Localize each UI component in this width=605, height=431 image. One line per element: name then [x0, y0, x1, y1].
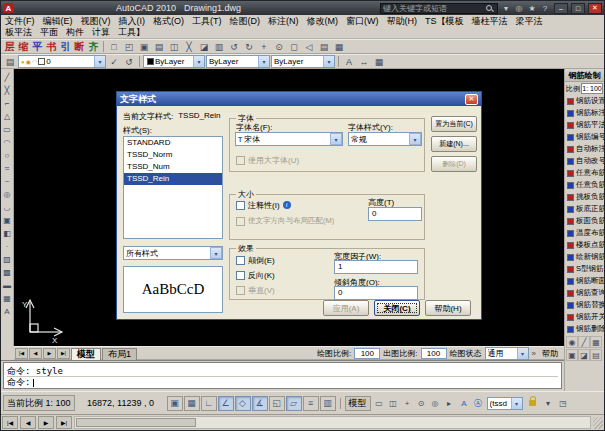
- ortho-toggle[interactable]: ∟: [201, 396, 217, 411]
- annotative-info-icon[interactable]: i: [283, 201, 291, 209]
- palette-item[interactable]: 钢筋设置: [565, 95, 604, 107]
- gradient-icon[interactable]: ▩: [1, 266, 13, 278]
- style-list-item[interactable]: TSSD_Norm: [124, 149, 222, 161]
- layout-tab[interactable]: 布局1: [102, 348, 137, 360]
- palette-item[interactable]: 自动改号: [565, 155, 604, 167]
- line-icon[interactable]: ╱: [1, 71, 13, 83]
- show-motion-icon[interactable]: ▸: [443, 397, 456, 410]
- upside-down-checkbox[interactable]: 颠倒(E): [236, 255, 275, 265]
- minimize-button[interactable]: –: [554, 3, 568, 14]
- dim-style-icon[interactable]: ↔: [357, 55, 371, 68]
- width-factor-input[interactable]: 1: [334, 260, 418, 274]
- qnew-icon[interactable]: □: [107, 40, 121, 53]
- resize-grip[interactable]: [593, 417, 603, 429]
- search-dropdown-arrow-icon[interactable]: ▾: [500, 3, 512, 14]
- palette-item[interactable]: 楼板点筋: [565, 239, 604, 251]
- checkbox-box[interactable]: [236, 256, 245, 265]
- open-icon[interactable]: ◰: [122, 40, 136, 53]
- qp-toggle[interactable]: ▥: [320, 396, 336, 411]
- scroll-last-button[interactable]: ▶|: [56, 416, 72, 429]
- point-icon[interactable]: ·: [1, 240, 13, 252]
- table-style-icon[interactable]: ▦: [372, 55, 386, 68]
- close-dialog-button[interactable]: 关闭(C): [374, 300, 420, 316]
- model-space-button[interactable]: 模型: [345, 396, 371, 411]
- pan-icon[interactable]: +: [257, 40, 271, 53]
- font-name-dropdown[interactable]: T 宋体 ▾: [235, 132, 343, 146]
- revision-cloud-icon[interactable]: ≈: [1, 162, 13, 174]
- scalebar-help-button[interactable]: 帮助: [539, 348, 561, 359]
- oblique-angle-input[interactable]: 0: [334, 286, 418, 300]
- menu-item[interactable]: 墙柱平法: [468, 15, 512, 28]
- layout-tab[interactable]: 模型: [71, 348, 101, 360]
- pan-status-icon[interactable]: +: [401, 397, 414, 410]
- scalebar-expand-icon[interactable]: »: [532, 349, 536, 358]
- paste-icon[interactable]: ▥: [212, 40, 226, 53]
- close-button[interactable]: ✕: [588, 3, 602, 14]
- styles-list[interactable]: STANDARDTSSD_NormTSSD_NumTSSD_Rein: [123, 136, 223, 239]
- plot-preview-icon[interactable]: ◫: [167, 40, 181, 53]
- menu-item[interactable]: 帮助(H): [383, 15, 422, 28]
- plot-scale-field[interactable]: 100: [421, 348, 447, 359]
- dialog-title-bar[interactable]: 文字样式 ✕: [117, 92, 481, 106]
- menu-item[interactable]: 工具】: [114, 26, 149, 39]
- rebar-point-tool-icon[interactable]: ◉: [566, 336, 578, 348]
- status-menu-icon[interactable]: ▾: [542, 397, 555, 410]
- tssd-quick-button[interactable]: 平: [31, 40, 44, 53]
- cut-icon[interactable]: ╳: [182, 40, 196, 53]
- palette-item[interactable]: 板面负筋: [565, 215, 604, 227]
- text-style-icon[interactable]: A: [342, 55, 356, 68]
- color-dropdown-arrow-icon[interactable]: ▾: [193, 56, 204, 67]
- workspace-dropdown-arrow-icon[interactable]: ▾: [511, 398, 522, 409]
- linetype-dropdown-arrow-icon[interactable]: ▾: [258, 56, 269, 67]
- palette-item[interactable]: 任意负筋: [565, 179, 604, 191]
- draw-state-dropdown-arrow-icon[interactable]: ▾: [517, 348, 528, 359]
- scrollbar-track[interactable]: [74, 416, 591, 429]
- palette-item[interactable]: 温度布筋: [565, 227, 604, 239]
- grid-toggle[interactable]: ▦: [184, 396, 200, 411]
- linetype-dropdown[interactable]: ByLayer ▾: [206, 55, 270, 68]
- rectangle-icon[interactable]: ▭: [1, 123, 13, 135]
- menu-item[interactable]: TS【模板: [421, 15, 468, 28]
- polygon-icon[interactable]: △: [1, 110, 13, 122]
- make-object-layer-current-icon[interactable]: ✓: [107, 55, 121, 68]
- annotation-visibility-icon[interactable]: A: [458, 397, 471, 410]
- annotation-autoscale-icon[interactable]: Ⓐ: [472, 397, 485, 410]
- draw-state-dropdown[interactable]: 通用 ▾: [485, 347, 529, 360]
- arc-icon[interactable]: ◠: [1, 136, 13, 148]
- toolbar-lock-icon[interactable]: [529, 400, 536, 406]
- help-icon[interactable]: ?: [539, 3, 551, 14]
- menu-item[interactable]: 梁平法: [512, 15, 547, 28]
- command-box[interactable]: 命令: style 命令:: [3, 362, 562, 389]
- color-dropdown[interactable]: ByLayer ▾: [143, 55, 205, 68]
- save-icon[interactable]: ▣: [137, 40, 151, 53]
- new-style-button[interactable]: 新建(N)...: [431, 136, 477, 152]
- multiline-text-icon[interactable]: A: [1, 305, 13, 317]
- rebar-line-tool-icon[interactable]: ╱: [578, 336, 590, 348]
- quick-view-drawings-icon[interactable]: ◫: [387, 397, 400, 410]
- ellipse-arc-icon[interactable]: ◡: [1, 201, 13, 213]
- palette-item[interactable]: 钢筋断面: [565, 275, 604, 287]
- set-current-button[interactable]: 置为当前(C): [431, 116, 477, 132]
- make-block-icon[interactable]: ◧: [1, 227, 13, 239]
- dyn-toggle[interactable]: ▱: [286, 396, 302, 411]
- annotative-checkbox[interactable]: 注释性(I) i: [236, 200, 291, 210]
- dropdown-arrow-icon[interactable]: ▾: [330, 133, 342, 145]
- style-filter-dropdown[interactable]: 所有样式 ▾: [123, 246, 223, 260]
- layer-previous-icon[interactable]: ↺: [122, 55, 136, 68]
- scroll-prev-button[interactable]: ◀: [20, 416, 36, 429]
- table-icon[interactable]: ▦: [1, 292, 13, 304]
- autocad-logo[interactable]: A: [3, 3, 14, 13]
- communication-center-icon[interactable]: ◎: [513, 3, 525, 14]
- quick-view-layouts-icon[interactable]: ▭: [373, 397, 386, 410]
- layer-dropdown-arrow-icon[interactable]: ▾: [94, 56, 105, 67]
- checkbox-box[interactable]: [236, 271, 245, 280]
- properties-icon[interactable]: ▤: [317, 40, 331, 53]
- palette-title[interactable]: 钢筋绘制: [565, 69, 604, 82]
- copy-icon[interactable]: ◪: [197, 40, 211, 53]
- ellipse-icon[interactable]: ◎: [1, 188, 13, 200]
- palette-item[interactable]: 钢筋删除: [565, 323, 604, 335]
- current-scale-button[interactable]: 当前比例 1: 100: [3, 395, 75, 411]
- menu-item[interactable]: 板平法: [1, 26, 36, 39]
- menu-item[interactable]: 平面: [36, 26, 62, 39]
- backwards-checkbox[interactable]: 反向(K): [236, 270, 275, 280]
